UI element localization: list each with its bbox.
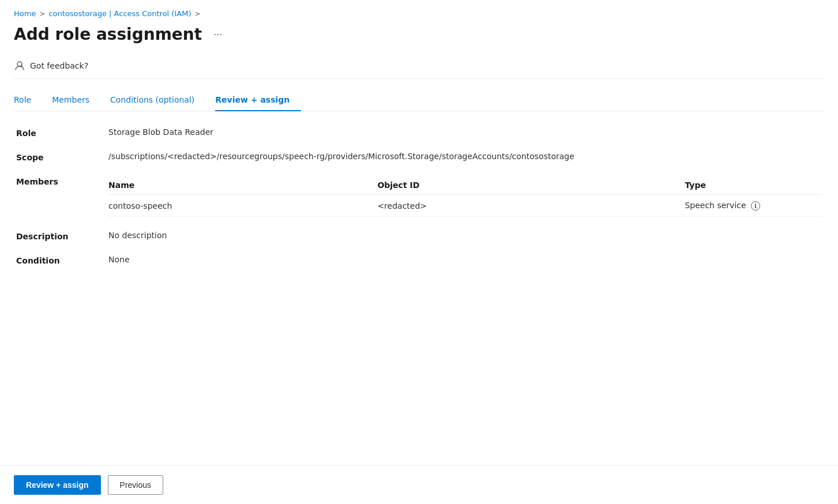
breadcrumb-sep-2: >: [194, 10, 200, 18]
member-object-id: <redacted>: [377, 195, 685, 217]
description-value: No description: [108, 231, 822, 240]
scope-label: Scope: [16, 152, 108, 162]
condition-label: Condition: [16, 255, 108, 265]
feedback-bar: Got feedback?: [14, 55, 824, 79]
table-row: contoso-speech <redacted> Speech service…: [108, 195, 822, 217]
members-field-row: Members Name Object ID Type contoso-spee…: [16, 176, 822, 217]
content-area: Role Storage Blob Data Reader Scope /sub…: [14, 127, 824, 265]
tab-review-assign[interactable]: Review + assign: [215, 91, 301, 111]
breadcrumb: Home > contosostorage | Access Control (…: [14, 9, 824, 18]
members-label: Members: [16, 176, 108, 186]
more-options-button[interactable]: ···: [209, 26, 227, 43]
member-name: contoso-speech: [108, 195, 377, 217]
role-label: Role: [16, 127, 108, 138]
feedback-text: Got feedback?: [30, 61, 88, 70]
svg-point-0: [17, 62, 22, 66]
condition-value: None: [108, 255, 822, 264]
role-field-row: Role Storage Blob Data Reader: [16, 127, 822, 138]
type-info-icon[interactable]: ℹ: [751, 201, 760, 210]
tabs-container: Role Members Conditions (optional) Revie…: [14, 91, 824, 111]
scope-value: /subscriptions/<redacted>/resourcegroups…: [108, 152, 822, 161]
col-object-id: Object ID: [377, 176, 685, 195]
scope-field-row: Scope /subscriptions/<redacted>/resource…: [16, 152, 822, 162]
members-table: Name Object ID Type contoso-speech <reda…: [108, 176, 822, 217]
breadcrumb-home[interactable]: Home: [14, 9, 36, 18]
feedback-icon: [14, 60, 25, 72]
page-header: Add role assignment ···: [14, 25, 824, 44]
page-title: Add role assignment: [14, 25, 202, 44]
description-field-row: Description No description: [16, 231, 822, 241]
review-assign-button[interactable]: Review + assign: [14, 475, 101, 495]
breadcrumb-iam[interactable]: contosostorage | Access Control (IAM): [48, 9, 191, 18]
col-name: Name: [108, 176, 377, 195]
breadcrumb-sep-1: >: [39, 10, 45, 18]
action-bar: Review + assign Previous: [0, 465, 838, 504]
tab-conditions[interactable]: Conditions (optional): [110, 91, 206, 111]
member-type: Speech service ℹ: [685, 195, 822, 217]
role-value: Storage Blob Data Reader: [108, 127, 822, 137]
col-type: Type: [685, 176, 822, 195]
description-label: Description: [16, 231, 108, 241]
tab-role[interactable]: Role: [14, 91, 43, 111]
members-table-container: Name Object ID Type contoso-speech <reda…: [108, 176, 822, 217]
previous-button[interactable]: Previous: [108, 475, 163, 495]
tab-members[interactable]: Members: [52, 91, 101, 111]
condition-field-row: Condition None: [16, 255, 822, 265]
